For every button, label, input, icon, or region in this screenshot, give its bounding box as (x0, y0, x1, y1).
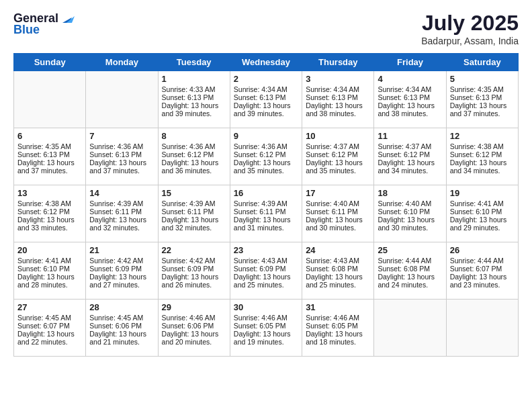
day-number: 20 (17, 245, 82, 255)
daylight-text: Daylight: 13 hours and 38 minutes. (306, 101, 370, 118)
daylight-text: Daylight: 13 hours and 34 minutes. (450, 158, 515, 175)
table-row: 30Sunrise: 4:46 AMSunset: 6:05 PMDayligh… (230, 300, 302, 357)
day-number: 24 (306, 245, 370, 255)
sunset-text: Sunset: 6:13 PM (89, 150, 154, 158)
table-row: 17Sunrise: 4:40 AMSunset: 6:11 PMDayligh… (302, 185, 374, 242)
sunset-text: Sunset: 6:12 PM (450, 150, 515, 158)
day-number: 22 (162, 245, 226, 255)
table-row: 7Sunrise: 4:36 AMSunset: 6:13 PMDaylight… (86, 128, 158, 185)
calendar-week-row: 27Sunrise: 4:45 AMSunset: 6:07 PMDayligh… (14, 300, 519, 357)
daylight-text: Daylight: 13 hours and 35 minutes. (306, 158, 370, 175)
title-block: July 2025 Badarpur, Assam, India (421, 11, 519, 46)
daylight-text: Daylight: 13 hours and 29 minutes. (450, 216, 515, 232)
day-number: 1 (162, 74, 226, 84)
day-number: 13 (17, 188, 82, 198)
table-row (86, 71, 158, 128)
sunrise-text: Sunrise: 4:39 AM (89, 199, 154, 208)
day-number: 27 (17, 302, 82, 312)
sunset-text: Sunset: 6:09 PM (162, 265, 226, 273)
day-number: 7 (89, 131, 154, 141)
sunset-text: Sunset: 6:08 PM (306, 265, 370, 273)
daylight-text: Daylight: 13 hours and 20 minutes. (162, 330, 226, 346)
table-row: 22Sunrise: 4:42 AMSunset: 6:09 PMDayligh… (158, 242, 230, 300)
page: General Blue July 2025 Badarpur, Assam, … (0, 0, 532, 411)
sunset-text: Sunset: 6:12 PM (17, 208, 82, 216)
sunset-text: Sunset: 6:10 PM (450, 208, 515, 216)
calendar-table: Sunday Monday Tuesday Wednesday Thursday… (13, 53, 519, 357)
daylight-text: Daylight: 13 hours and 30 minutes. (306, 216, 370, 232)
table-row: 31Sunrise: 4:46 AMSunset: 6:05 PMDayligh… (302, 300, 374, 357)
sunset-text: Sunset: 6:09 PM (89, 265, 154, 273)
sunrise-text: Sunrise: 4:46 AM (306, 314, 370, 322)
table-row: 27Sunrise: 4:45 AMSunset: 6:07 PMDayligh… (14, 300, 86, 357)
col-sunday: Sunday (14, 54, 86, 71)
day-number: 17 (306, 188, 370, 198)
day-number: 10 (306, 131, 370, 141)
table-row: 4Sunrise: 4:34 AMSunset: 6:13 PMDaylight… (374, 71, 446, 128)
table-row (14, 71, 86, 128)
sunrise-text: Sunrise: 4:38 AM (450, 142, 515, 150)
daylight-text: Daylight: 13 hours and 24 minutes. (378, 273, 442, 289)
sunset-text: Sunset: 6:13 PM (306, 93, 370, 101)
daylight-text: Daylight: 13 hours and 37 minutes. (89, 158, 154, 175)
sunset-text: Sunset: 6:10 PM (378, 208, 442, 216)
sunset-text: Sunset: 6:11 PM (89, 208, 154, 216)
table-row: 16Sunrise: 4:39 AMSunset: 6:11 PMDayligh… (230, 185, 302, 242)
col-friday: Friday (374, 54, 446, 71)
table-row: 21Sunrise: 4:42 AMSunset: 6:09 PMDayligh… (86, 242, 158, 300)
table-row (374, 300, 446, 357)
table-row: 25Sunrise: 4:44 AMSunset: 6:08 PMDayligh… (374, 242, 446, 300)
sunset-text: Sunset: 6:09 PM (234, 265, 298, 273)
day-number: 26 (450, 245, 515, 255)
table-row: 5Sunrise: 4:35 AMSunset: 6:13 PMDaylight… (446, 71, 518, 128)
col-wednesday: Wednesday (230, 54, 302, 71)
daylight-text: Daylight: 13 hours and 38 minutes. (378, 101, 442, 118)
daylight-text: Daylight: 13 hours and 25 minutes. (306, 273, 370, 289)
daylight-text: Daylight: 13 hours and 25 minutes. (234, 273, 298, 289)
sunrise-text: Sunrise: 4:46 AM (234, 314, 298, 322)
sunset-text: Sunset: 6:12 PM (162, 150, 226, 158)
table-row: 9Sunrise: 4:36 AMSunset: 6:12 PMDaylight… (230, 128, 302, 185)
daylight-text: Daylight: 13 hours and 35 minutes. (234, 158, 298, 175)
sunset-text: Sunset: 6:08 PM (378, 265, 442, 273)
table-row: 26Sunrise: 4:44 AMSunset: 6:07 PMDayligh… (446, 242, 518, 300)
sunrise-text: Sunrise: 4:37 AM (378, 142, 442, 150)
daylight-text: Daylight: 13 hours and 18 minutes. (306, 330, 370, 346)
day-number: 9 (234, 131, 298, 141)
sunrise-text: Sunrise: 4:35 AM (450, 85, 515, 93)
sunrise-text: Sunrise: 4:38 AM (17, 199, 82, 208)
day-number: 5 (450, 74, 515, 84)
table-row: 6Sunrise: 4:35 AMSunset: 6:13 PMDaylight… (14, 128, 86, 185)
sunset-text: Sunset: 6:11 PM (162, 208, 226, 216)
day-number: 25 (378, 245, 442, 255)
day-number: 11 (378, 131, 442, 141)
table-row: 29Sunrise: 4:46 AMSunset: 6:06 PMDayligh… (158, 300, 230, 357)
calendar-week-row: 20Sunrise: 4:41 AMSunset: 6:10 PMDayligh… (14, 242, 519, 300)
sunrise-text: Sunrise: 4:34 AM (306, 85, 370, 93)
sunset-text: Sunset: 6:11 PM (306, 208, 370, 216)
sunset-text: Sunset: 6:06 PM (162, 322, 226, 330)
daylight-text: Daylight: 13 hours and 33 minutes. (17, 216, 82, 232)
sunrise-text: Sunrise: 4:39 AM (162, 199, 226, 208)
day-number: 15 (162, 188, 226, 198)
calendar-week-row: 13Sunrise: 4:38 AMSunset: 6:12 PMDayligh… (14, 185, 519, 242)
table-row: 18Sunrise: 4:40 AMSunset: 6:10 PMDayligh… (374, 185, 446, 242)
daylight-text: Daylight: 13 hours and 39 minutes. (162, 101, 226, 118)
sunset-text: Sunset: 6:07 PM (450, 265, 515, 273)
daylight-text: Daylight: 13 hours and 39 minutes. (234, 101, 298, 118)
daylight-text: Daylight: 13 hours and 28 minutes. (17, 273, 82, 289)
day-number: 14 (89, 188, 154, 198)
daylight-text: Daylight: 13 hours and 23 minutes. (450, 273, 515, 289)
sunrise-text: Sunrise: 4:46 AM (162, 314, 226, 322)
sunrise-text: Sunrise: 4:37 AM (306, 142, 370, 150)
day-number: 18 (378, 188, 442, 198)
table-row: 24Sunrise: 4:43 AMSunset: 6:08 PMDayligh… (302, 242, 374, 300)
sunset-text: Sunset: 6:13 PM (450, 93, 515, 101)
logo: General Blue (13, 11, 75, 37)
month-year: July 2025 (421, 11, 519, 36)
daylight-text: Daylight: 13 hours and 37 minutes. (450, 101, 515, 118)
day-number: 31 (306, 302, 370, 312)
col-tuesday: Tuesday (158, 54, 230, 71)
location: Badarpur, Assam, India (421, 36, 519, 46)
sunrise-text: Sunrise: 4:34 AM (378, 85, 442, 93)
